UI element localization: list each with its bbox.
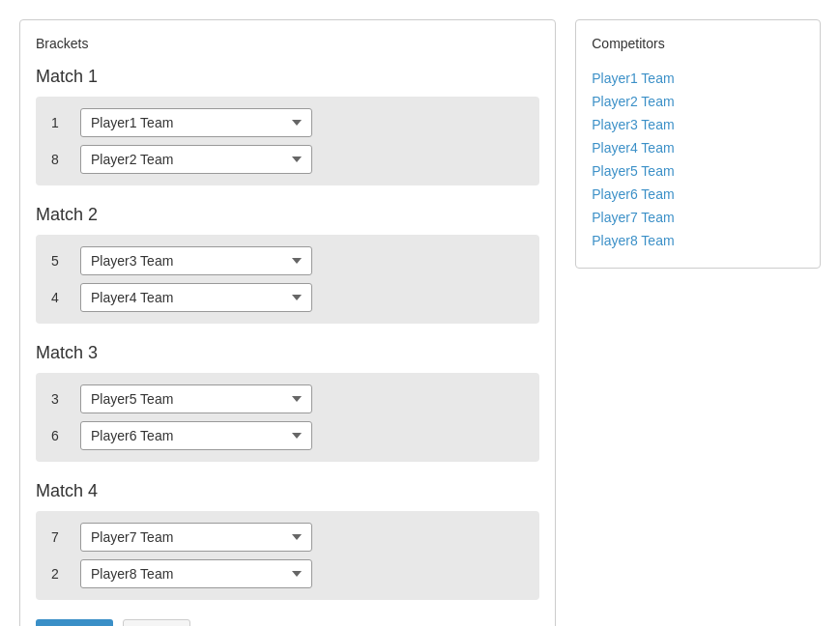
team-select-4-1[interactable]: Player1 TeamPlayer2 TeamPlayer3 TeamPlay… xyxy=(80,523,312,552)
competitor-item-1: Player1 Team xyxy=(592,67,804,90)
buttons-row: Cancel Seed xyxy=(36,619,539,626)
seed-number-3-1: 3 xyxy=(51,391,71,407)
competitors-panel: Competitors Player1 TeamPlayer2 TeamPlay… xyxy=(575,19,821,269)
match-row-3-2: 6Player1 TeamPlayer2 TeamPlayer3 TeamPla… xyxy=(51,421,524,450)
competitor-item-7: Player7 Team xyxy=(592,206,804,229)
competitors-title: Competitors xyxy=(592,36,804,51)
match-row-2-2: 4Player1 TeamPlayer2 TeamPlayer3 TeamPla… xyxy=(51,283,524,312)
competitor-item-8: Player8 Team xyxy=(592,229,804,252)
seed-number-4-2: 2 xyxy=(51,566,71,582)
competitors-list: Player1 TeamPlayer2 TeamPlayer3 TeamPlay… xyxy=(592,67,804,252)
match-title-3: Match 3 xyxy=(36,343,539,363)
seed-number-1-1: 1 xyxy=(51,115,71,130)
match-title-2: Match 2 xyxy=(36,205,539,225)
team-select-1-1[interactable]: Player1 TeamPlayer2 TeamPlayer3 TeamPlay… xyxy=(80,108,312,137)
competitor-item-6: Player6 Team xyxy=(592,183,804,206)
match-row-1-1: 1Player1 TeamPlayer2 TeamPlayer3 TeamPla… xyxy=(51,108,524,137)
cancel-button[interactable]: Cancel xyxy=(36,619,113,626)
team-select-2-1[interactable]: Player1 TeamPlayer2 TeamPlayer3 TeamPlay… xyxy=(80,246,312,275)
seed-number-1-2: 8 xyxy=(51,152,71,167)
seed-number-4-1: 7 xyxy=(51,529,71,545)
match-row-2-1: 5Player1 TeamPlayer2 TeamPlayer3 TeamPla… xyxy=(51,246,524,275)
matches-container: Match 11Player1 TeamPlayer2 TeamPlayer3 … xyxy=(36,67,539,600)
brackets-title: Brackets xyxy=(36,36,539,51)
match-row-1-2: 8Player1 TeamPlayer2 TeamPlayer3 TeamPla… xyxy=(51,145,524,174)
seed-number-3-2: 6 xyxy=(51,428,71,443)
team-select-2-2[interactable]: Player1 TeamPlayer2 TeamPlayer3 TeamPlay… xyxy=(80,283,312,312)
seed-number-2-2: 4 xyxy=(51,290,71,305)
match-row-3-1: 3Player1 TeamPlayer2 TeamPlayer3 TeamPla… xyxy=(51,384,524,413)
match-row-4-1: 7Player1 TeamPlayer2 TeamPlayer3 TeamPla… xyxy=(51,523,524,552)
competitor-item-2: Player2 Team xyxy=(592,90,804,113)
match-title-1: Match 1 xyxy=(36,67,539,87)
competitor-item-5: Player5 Team xyxy=(592,159,804,183)
competitor-item-4: Player4 Team xyxy=(592,136,804,159)
team-select-1-2[interactable]: Player1 TeamPlayer2 TeamPlayer3 TeamPlay… xyxy=(80,145,312,174)
match-block-4: 7Player1 TeamPlayer2 TeamPlayer3 TeamPla… xyxy=(36,511,539,600)
brackets-panel: Brackets Match 11Player1 TeamPlayer2 Tea… xyxy=(19,19,556,626)
match-row-4-2: 2Player1 TeamPlayer2 TeamPlayer3 TeamPla… xyxy=(51,559,524,588)
team-select-3-2[interactable]: Player1 TeamPlayer2 TeamPlayer3 TeamPlay… xyxy=(80,421,312,450)
match-block-2: 5Player1 TeamPlayer2 TeamPlayer3 TeamPla… xyxy=(36,235,539,324)
match-title-4: Match 4 xyxy=(36,481,539,501)
match-block-3: 3Player1 TeamPlayer2 TeamPlayer3 TeamPla… xyxy=(36,373,539,462)
seed-button[interactable]: Seed xyxy=(123,619,191,626)
team-select-3-1[interactable]: Player1 TeamPlayer2 TeamPlayer3 TeamPlay… xyxy=(80,384,312,413)
team-select-4-2[interactable]: Player1 TeamPlayer2 TeamPlayer3 TeamPlay… xyxy=(80,559,312,588)
seed-number-2-1: 5 xyxy=(51,253,71,269)
competitor-item-3: Player3 Team xyxy=(592,113,804,136)
match-block-1: 1Player1 TeamPlayer2 TeamPlayer3 TeamPla… xyxy=(36,97,539,185)
